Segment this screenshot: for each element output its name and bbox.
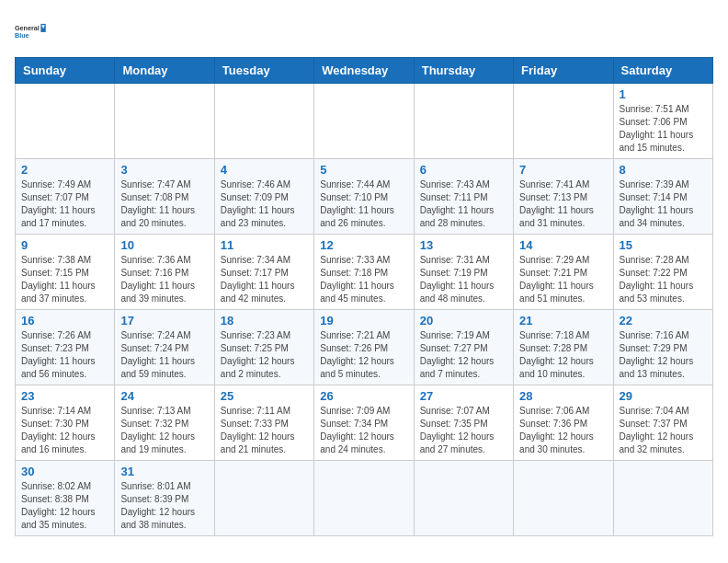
day-number: 18 — [221, 314, 308, 327]
weekday-header-saturday: Saturday — [613, 58, 712, 84]
day-info: Sunrise: 7:04 AM Sunset: 7:37 PM Dayligh… — [620, 405, 707, 456]
calendar-cell: 22Sunrise: 7:16 AM Sunset: 7:29 PM Dayli… — [613, 310, 712, 385]
day-info: Sunrise: 7:51 AM Sunset: 7:06 PM Dayligh… — [620, 103, 707, 155]
calendar-cell: 5Sunrise: 7:44 AM Sunset: 7:10 PM Daylig… — [314, 159, 414, 235]
day-info: Sunrise: 7:21 AM Sunset: 7:26 PM Dayligh… — [320, 329, 407, 381]
day-number: 1 — [620, 87, 707, 101]
calendar-cell: 12Sunrise: 7:33 AM Sunset: 7:18 PM Dayli… — [314, 235, 414, 310]
calendar-cell: 13Sunrise: 7:31 AM Sunset: 7:19 PM Dayli… — [414, 235, 513, 310]
day-number: 26 — [320, 389, 407, 403]
calendar-cell: 18Sunrise: 7:23 AM Sunset: 7:25 PM Dayli… — [214, 310, 313, 385]
day-info: Sunrise: 7:49 AM Sunset: 7:07 PM Dayligh… — [21, 178, 108, 230]
day-info: Sunrise: 7:24 AM Sunset: 7:24 PM Dayligh… — [120, 329, 208, 381]
calendar-cell: 11Sunrise: 7:34 AM Sunset: 7:17 PM Dayli… — [214, 235, 313, 310]
day-info: Sunrise: 7:29 AM Sunset: 7:21 PM Dayligh… — [519, 254, 607, 305]
day-number: 7 — [519, 163, 607, 177]
calendar-cell: 28Sunrise: 7:06 AM Sunset: 7:36 PM Dayli… — [514, 385, 613, 461]
weekday-header-tuesday: Tuesday — [214, 58, 313, 84]
calendar-cell: 26Sunrise: 7:09 AM Sunset: 7:34 PM Dayli… — [314, 385, 414, 461]
day-number: 21 — [519, 314, 607, 327]
day-number: 24 — [120, 389, 208, 403]
day-info: Sunrise: 7:11 AM Sunset: 7:33 PM Dayligh… — [221, 405, 308, 456]
calendar-cell: 7Sunrise: 7:41 AM Sunset: 7:13 PM Daylig… — [514, 159, 613, 235]
day-number: 3 — [120, 163, 208, 177]
calendar-cell: 6Sunrise: 7:43 AM Sunset: 7:11 PM Daylig… — [414, 159, 513, 235]
calendar-cell: 31Sunrise: 8:01 AM Sunset: 8:39 PM Dayli… — [115, 461, 214, 536]
calendar-cell: 25Sunrise: 7:11 AM Sunset: 7:33 PM Dayli… — [214, 385, 313, 461]
day-number: 16 — [21, 314, 108, 327]
calendar-cell: 15Sunrise: 7:28 AM Sunset: 7:22 PM Dayli… — [613, 235, 712, 310]
calendar-cell: 14Sunrise: 7:29 AM Sunset: 7:21 PM Dayli… — [514, 235, 613, 310]
day-info: Sunrise: 7:41 AM Sunset: 7:13 PM Dayligh… — [519, 178, 607, 230]
calendar-cell: 9Sunrise: 7:38 AM Sunset: 7:15 PM Daylig… — [16, 235, 115, 310]
calendar-cell: 1Sunrise: 7:51 AM Sunset: 7:06 PM Daylig… — [613, 84, 712, 159]
day-number: 19 — [320, 314, 407, 327]
day-info: Sunrise: 7:09 AM Sunset: 7:34 PM Dayligh… — [320, 405, 407, 456]
day-info: Sunrise: 8:02 AM Sunset: 8:38 PM Dayligh… — [21, 480, 108, 532]
day-number: 2 — [21, 163, 108, 177]
day-info: Sunrise: 7:28 AM Sunset: 7:22 PM Dayligh… — [620, 254, 707, 305]
calendar-cell — [414, 461, 513, 536]
day-info: Sunrise: 7:18 AM Sunset: 7:28 PM Dayligh… — [519, 329, 607, 381]
day-number: 30 — [21, 465, 108, 478]
weekday-header-monday: Monday — [115, 58, 214, 84]
day-info: Sunrise: 7:07 AM Sunset: 7:35 PM Dayligh… — [420, 405, 507, 456]
day-number: 31 — [120, 465, 208, 478]
day-number: 5 — [320, 163, 407, 177]
calendar-week-row: 1Sunrise: 7:51 AM Sunset: 7:06 PM Daylig… — [16, 84, 713, 159]
weekday-header-sunday: Sunday — [16, 58, 115, 84]
day-info: Sunrise: 7:31 AM Sunset: 7:19 PM Dayligh… — [420, 254, 507, 305]
calendar-cell: 19Sunrise: 7:21 AM Sunset: 7:26 PM Dayli… — [314, 310, 414, 385]
day-info: Sunrise: 7:43 AM Sunset: 7:11 PM Dayligh… — [420, 178, 507, 230]
calendar-cell: 3Sunrise: 7:47 AM Sunset: 7:08 PM Daylig… — [115, 159, 214, 235]
day-info: Sunrise: 7:14 AM Sunset: 7:30 PM Dayligh… — [21, 405, 108, 456]
page-header: GeneralBlue — [15, 15, 713, 48]
calendar-cell: 27Sunrise: 7:07 AM Sunset: 7:35 PM Dayli… — [414, 385, 513, 461]
day-number: 22 — [620, 314, 707, 327]
calendar-cell: 2Sunrise: 7:49 AM Sunset: 7:07 PM Daylig… — [16, 159, 115, 235]
day-info: Sunrise: 7:23 AM Sunset: 7:25 PM Dayligh… — [221, 329, 308, 381]
calendar-cell — [613, 461, 712, 536]
logo: GeneralBlue — [15, 15, 48, 48]
calendar-cell: 23Sunrise: 7:14 AM Sunset: 7:30 PM Dayli… — [16, 385, 115, 461]
day-info: Sunrise: 7:19 AM Sunset: 7:27 PM Dayligh… — [420, 329, 507, 381]
generalblue-logo-icon: GeneralBlue — [15, 15, 48, 48]
weekday-header-row: SundayMondayTuesdayWednesdayThursdayFrid… — [16, 58, 713, 84]
day-info: Sunrise: 7:06 AM Sunset: 7:36 PM Dayligh… — [519, 405, 607, 456]
day-info: Sunrise: 7:47 AM Sunset: 7:08 PM Dayligh… — [120, 178, 208, 230]
svg-text:General: General — [15, 24, 40, 32]
day-number: 6 — [420, 163, 507, 177]
day-info: Sunrise: 7:16 AM Sunset: 7:29 PM Dayligh… — [620, 329, 707, 381]
calendar-cell — [514, 461, 613, 536]
calendar-cell: 20Sunrise: 7:19 AM Sunset: 7:27 PM Dayli… — [414, 310, 513, 385]
day-info: Sunrise: 7:13 AM Sunset: 7:32 PM Dayligh… — [120, 405, 208, 456]
calendar-cell — [414, 84, 513, 159]
calendar-week-row: 9Sunrise: 7:38 AM Sunset: 7:15 PM Daylig… — [16, 235, 713, 310]
day-number: 15 — [620, 238, 707, 252]
day-info: Sunrise: 8:01 AM Sunset: 8:39 PM Dayligh… — [120, 480, 208, 532]
calendar-cell: 8Sunrise: 7:39 AM Sunset: 7:14 PM Daylig… — [613, 159, 712, 235]
calendar-week-row: 2Sunrise: 7:49 AM Sunset: 7:07 PM Daylig… — [16, 159, 713, 235]
calendar-cell: 21Sunrise: 7:18 AM Sunset: 7:28 PM Dayli… — [514, 310, 613, 385]
day-number: 27 — [420, 389, 507, 403]
calendar-cell — [214, 84, 313, 159]
calendar-cell: 24Sunrise: 7:13 AM Sunset: 7:32 PM Dayli… — [115, 385, 214, 461]
day-info: Sunrise: 7:46 AM Sunset: 7:09 PM Dayligh… — [221, 178, 308, 230]
calendar-cell — [514, 84, 613, 159]
weekday-header-wednesday: Wednesday — [314, 58, 414, 84]
day-info: Sunrise: 7:39 AM Sunset: 7:14 PM Dayligh… — [620, 178, 707, 230]
calendar-cell: 4Sunrise: 7:46 AM Sunset: 7:09 PM Daylig… — [214, 159, 313, 235]
day-number: 4 — [221, 163, 308, 177]
day-number: 23 — [21, 389, 108, 403]
calendar-week-row: 16Sunrise: 7:26 AM Sunset: 7:23 PM Dayli… — [16, 310, 713, 385]
calendar-cell — [115, 84, 214, 159]
day-number: 8 — [620, 163, 707, 177]
calendar-cell: 10Sunrise: 7:36 AM Sunset: 7:16 PM Dayli… — [115, 235, 214, 310]
day-info: Sunrise: 7:33 AM Sunset: 7:18 PM Dayligh… — [320, 254, 407, 305]
day-number: 12 — [320, 238, 407, 252]
calendar-week-row: 23Sunrise: 7:14 AM Sunset: 7:30 PM Dayli… — [16, 385, 713, 461]
day-number: 25 — [221, 389, 308, 403]
calendar-cell: 16Sunrise: 7:26 AM Sunset: 7:23 PM Dayli… — [16, 310, 115, 385]
day-number: 9 — [21, 238, 108, 252]
day-number: 20 — [420, 314, 507, 327]
